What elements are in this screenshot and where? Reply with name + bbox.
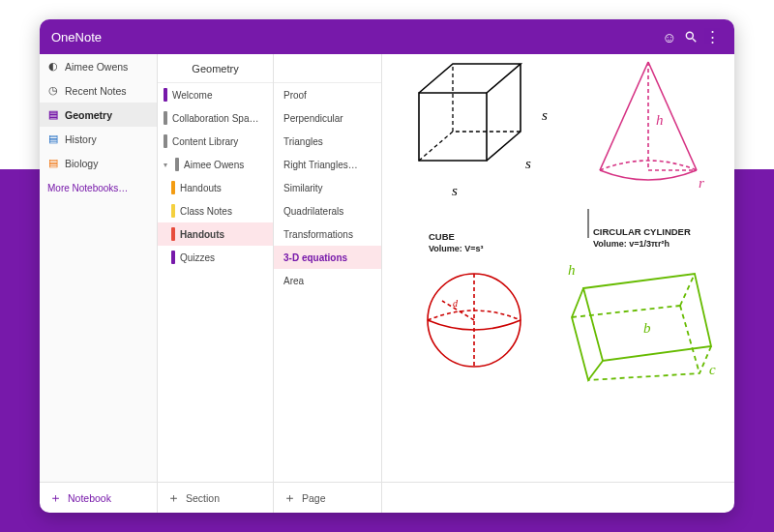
pages-header: [274, 54, 381, 83]
page-item[interactable]: Quadrilaterals: [274, 199, 381, 222]
footer: ＋ Notebook ＋ Section ＋ Page: [40, 482, 734, 513]
recent-notes[interactable]: ◷ Recent Notes: [40, 78, 157, 103]
add-section-button[interactable]: ＋ Section: [158, 483, 274, 513]
cone-figure: [580, 54, 716, 199]
svg-line-1: [693, 39, 697, 43]
main-area: ◐ Aimee Owens ◷ Recent Notes ▤ Geometry …: [40, 54, 734, 482]
plus-icon: ＋: [49, 489, 62, 507]
add-page-button[interactable]: ＋ Page: [274, 483, 382, 513]
notebook-icon: ▤: [47, 133, 59, 145]
globe-icon: ◐: [47, 61, 59, 73]
clock-icon: ◷: [47, 85, 59, 97]
notebook-nav: ◐ Aimee Owens ◷ Recent Notes ▤ Geometry …: [40, 54, 158, 482]
page-item[interactable]: Perpendicular: [274, 106, 381, 130]
cube-caption: CUBE Volume: V=s³: [429, 231, 484, 253]
plus-icon: ＋: [283, 489, 296, 507]
section-color-tab: [164, 88, 167, 102]
plus-icon: ＋: [167, 489, 180, 507]
section-item[interactable]: Collaboration Spa…: [158, 106, 273, 130]
cylinder-caption: CIRCULAR CYLINDER Volume: v=1/3πr²h: [593, 226, 691, 249]
section-item[interactable]: Class Notes: [158, 199, 273, 222]
notebook-biology[interactable]: ▤ Biology: [40, 151, 157, 175]
cone-label-h: h: [656, 112, 664, 129]
sections-column: Geometry WelcomeCollaboration Spa…Conten…: [158, 54, 274, 482]
svg-line-14: [680, 274, 695, 306]
app-window: OneNote ☺ ⋮ ◐ Aimee Owens ◷ Recent Notes…: [40, 19, 734, 513]
section-item[interactable]: Content Library: [158, 130, 273, 153]
page-item[interactable]: Transformations: [274, 222, 381, 246]
page-item[interactable]: Area: [274, 269, 381, 292]
pointer-line: [583, 209, 593, 238]
search-icon[interactable]: [680, 26, 701, 47]
notebook-icon: ▤: [47, 109, 59, 121]
notebook-geometry[interactable]: ▤ Geometry: [40, 103, 157, 127]
cube-label-s: s: [525, 156, 531, 172]
box-label-b: b: [643, 320, 651, 337]
smiley-icon[interactable]: ☺: [659, 26, 680, 47]
page-item[interactable]: Similarity: [274, 176, 381, 199]
notebook-history[interactable]: ▤ History: [40, 127, 157, 151]
sections-header: Geometry: [158, 54, 273, 83]
svg-line-4: [600, 62, 648, 170]
svg-point-0: [686, 32, 693, 39]
more-notebooks-link[interactable]: More Notebooks…: [40, 175, 157, 201]
section-color-tab: [175, 158, 179, 171]
section-item[interactable]: Handouts: [158, 222, 273, 246]
page-item[interactable]: Triangles: [274, 130, 381, 153]
svg-line-15: [680, 306, 700, 373]
user-row[interactable]: ◐ Aimee Owens: [40, 54, 157, 78]
section-color-tab: [164, 134, 167, 148]
page-item[interactable]: Proof: [274, 83, 381, 106]
note-canvas[interactable]: s s s CUBE Volume: V=s³: [382, 54, 734, 482]
section-color-tab: [171, 227, 175, 241]
section-item[interactable]: Welcome: [158, 83, 273, 106]
section-item[interactable]: Quizzes: [158, 246, 273, 269]
section-item[interactable]: ▾Aimee Owens: [158, 153, 273, 176]
titlebar: OneNote ☺ ⋮: [40, 19, 734, 54]
section-color-tab: [171, 181, 175, 194]
page-item[interactable]: 3-D equations: [274, 246, 381, 269]
cube-figure: [400, 54, 545, 199]
section-color-tab: [164, 111, 167, 125]
notebook-icon: ▤: [47, 158, 59, 169]
section-color-tab: [171, 204, 175, 218]
box-label-c: c: [709, 362, 716, 378]
app-title: OneNote: [51, 30, 102, 44]
more-icon[interactable]: ⋮: [701, 26, 723, 47]
section-item[interactable]: Handouts: [158, 176, 273, 199]
sphere-figure: [411, 262, 537, 388]
cone-label-r: r: [699, 175, 704, 192]
recent-label: Recent Notes: [65, 85, 127, 97]
page-item[interactable]: Right Triangles…: [274, 153, 381, 176]
cube-label-s: s: [452, 183, 458, 199]
cube-label-s: s: [542, 107, 548, 124]
section-color-tab: [171, 251, 175, 264]
box-label-h: h: [568, 262, 576, 279]
user-name: Aimee Owens: [65, 61, 128, 73]
sphere-label-d: d: [453, 298, 458, 309]
add-notebook-button[interactable]: ＋ Notebook: [40, 483, 158, 513]
pages-column: ProofPerpendicularTrianglesRight Triangl…: [274, 54, 382, 482]
